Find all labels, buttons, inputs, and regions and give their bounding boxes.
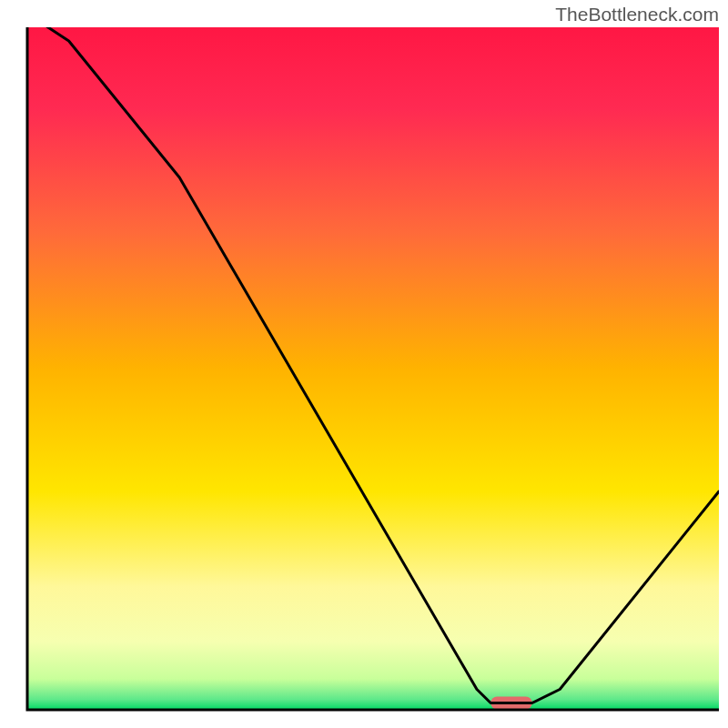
chart-container: TheBottleneck.com — [0, 0, 728, 728]
bottleneck-chart — [0, 0, 728, 728]
watermark-text: TheBottleneck.com — [555, 4, 719, 25]
plot-background — [27, 27, 719, 710]
